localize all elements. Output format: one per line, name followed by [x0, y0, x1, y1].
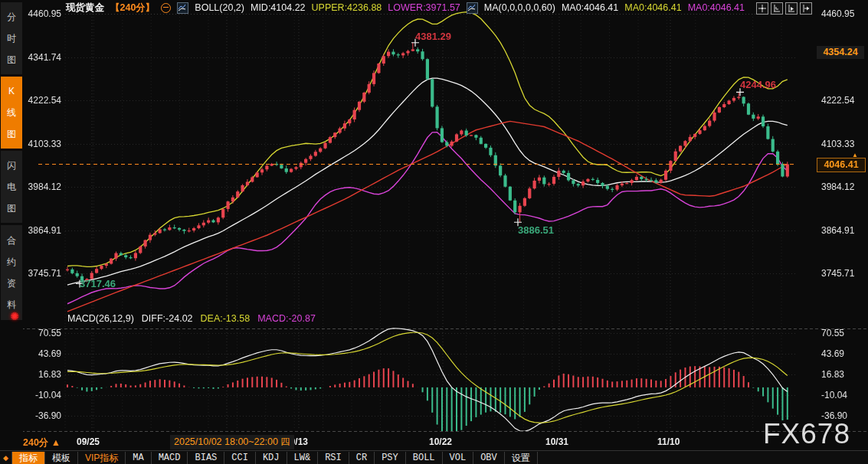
collapse-icon[interactable] — [161, 3, 171, 13]
trading-app-window: 现货黄金 【240分】 BOLL(20,2) MID:4104.22 UPPER… — [0, 0, 868, 464]
symbol-name: 现货黄金 — [66, 2, 104, 15]
toolbar-item-MA[interactable]: MA — [126, 452, 151, 464]
x-axis-date-label: 10/31 — [545, 436, 568, 447]
y-axis-right-tick: 3864.91 — [821, 225, 854, 236]
toolbar-item-RSI[interactable]: RSI — [318, 452, 349, 464]
ma-label: MA(0,0,0,0,0,60) — [484, 2, 555, 13]
y-axis-left-tick: 3745.71 — [26, 268, 61, 279]
toolbar-item-VOL[interactable]: VOL — [443, 452, 474, 464]
sidebar-tab-闪电图[interactable]: 闪电图 — [1, 151, 22, 223]
y-axis-right-tick: 3984.12 — [821, 181, 854, 192]
ma0-white-value: MA0:4046.41 — [562, 2, 618, 13]
toolbar-item-模板[interactable]: 模板 — [45, 452, 78, 464]
toolbar-item-OBV[interactable]: OBV — [473, 452, 505, 464]
chart-tool-buttons — [756, 2, 812, 15]
ma0-yellow-value: MA0:4046.41 — [624, 2, 681, 13]
macd-right-tick: -10.04 — [821, 390, 847, 400]
y-axis-right-tick: 4222.54 — [821, 95, 854, 106]
macd-right-tick: -36.90 — [821, 410, 847, 421]
sidebar-tab-K线图[interactable]: K线图 — [1, 77, 22, 149]
boll-indicator-icon[interactable] — [177, 2, 188, 14]
toolbar-item-CCI[interactable]: CCI — [224, 452, 256, 464]
y-axis-left-tick: 4103.33 — [26, 139, 61, 149]
pan-right-icon[interactable] — [800, 2, 812, 15]
boll-mid-value: MID:4104.22 — [251, 2, 306, 13]
macd-diff-value: DIFF:-24.02 — [142, 313, 193, 324]
macd-dea-value: DEA:-13.58 — [201, 313, 251, 324]
price-annotation: 3717.46 — [80, 278, 116, 289]
toolbar-item-LW&[interactable]: LW& — [287, 452, 319, 464]
macd-right-tick: 70.55 — [821, 328, 844, 338]
y-axis-left-tick: 3864.91 — [26, 225, 61, 236]
current-price-box: 4046.41 — [817, 158, 866, 172]
scale-axis-left-icon[interactable] — [771, 2, 783, 15]
macd-left-tick: -10.04 — [26, 390, 61, 400]
period-selector[interactable]: 240分 ▲ — [23, 436, 61, 449]
y-axis-right-tick: 3745.71 — [821, 268, 854, 279]
boll-upper-value: UPPER:4236.88 — [312, 2, 382, 13]
y-axis-right-tick: 4103.33 — [821, 139, 854, 149]
scale-axis-right-icon[interactable] — [785, 2, 798, 15]
macd-params-label: MACD(26,12,9) — [67, 313, 134, 324]
x-axis-date-label: 09/25 — [77, 436, 100, 447]
price-annotation: 4244.96 — [740, 79, 776, 90]
chart-type-sidebar: 分时图K线图闪电图合约资料 ✺ — [0, 0, 23, 450]
x-axis-date-label: 11/10 — [657, 436, 680, 447]
y-axis-left-tick: 4222.54 — [26, 95, 61, 106]
macd-left-tick: 16.83 — [26, 369, 61, 380]
toolbar-item-设置[interactable]: 设置 — [505, 452, 538, 464]
toolbar-pin-icon[interactable]: ◆ — [0, 454, 11, 462]
macd-readout: MACD(26,12,9) DIFF:-24.02 DEA:-13.58 MAC… — [67, 313, 316, 324]
crosshair-icon[interactable] — [756, 2, 768, 15]
macd-left-tick: 70.55 — [26, 328, 61, 338]
main-chart-canvas[interactable] — [0, 0, 868, 464]
macd-right-tick: 16.83 — [821, 369, 844, 380]
y-axis-left-tick: 4460.95 — [26, 8, 61, 19]
macd-macd-value: MACD:-20.87 — [257, 313, 316, 324]
price-annotation: 4381.29 — [415, 31, 451, 42]
fx678-watermark: FX678 — [763, 418, 850, 450]
x-axis-date-label: 10/22 — [429, 436, 452, 447]
boll-lower-value: LOWER:3971.57 — [388, 2, 460, 13]
indicator-header-bar: 现货黄金 【240分】 BOLL(20,2) MID:4104.22 UPPER… — [66, 0, 745, 15]
session-high-price-box: 4354.24 — [817, 46, 864, 59]
macd-left-tick: 43.69 — [26, 348, 61, 359]
toolbar-item-BIAS[interactable]: BIAS — [188, 452, 224, 464]
toolbar-item-KDJ[interactable]: KDJ — [256, 452, 287, 464]
sidebar-tab-分时图[interactable]: 分时图 — [1, 2, 22, 74]
hot-indicator-icon[interactable]: ✺ — [10, 310, 19, 322]
y-axis-left-tick: 3984.12 — [26, 181, 61, 192]
boll-label: BOLL(20,2) — [195, 2, 244, 13]
toolbar-item-VIP指标[interactable]: VIP指标 — [78, 452, 126, 464]
y-axis-right-tick: 4460.95 — [821, 8, 854, 19]
y-axis-left-tick: 4341.74 — [26, 52, 61, 63]
ma0-magenta-value: MA0:4046.41 — [688, 2, 745, 13]
sidebar-tab-合约资料[interactable]: 合约资料 — [1, 225, 22, 320]
candle-datetime-tooltip: 2025/10/02 18:00~22:00 四 — [170, 435, 294, 449]
ma-indicator-icon[interactable] — [467, 2, 478, 14]
macd-right-tick: 43.69 — [821, 348, 844, 359]
toolbar-item-指标[interactable]: 指标 — [11, 452, 45, 464]
toolbar-item-CR[interactable]: CR — [349, 452, 375, 464]
period-badge: 【240分】 — [110, 2, 155, 15]
price-annotation: 3886.51 — [518, 224, 554, 236]
toolbar-item-PSY[interactable]: PSY — [375, 452, 406, 464]
toolbar-item-MACD[interactable]: MACD — [152, 452, 188, 464]
toolbar-item-BOLL[interactable]: BOLL — [406, 452, 443, 464]
macd-left-tick: -36.90 — [26, 410, 61, 421]
indicator-toolbar: ◆ 指标模板VIP指标MAMACDBIASCCIKDJLW&RSICRPSYBO… — [0, 450, 868, 464]
